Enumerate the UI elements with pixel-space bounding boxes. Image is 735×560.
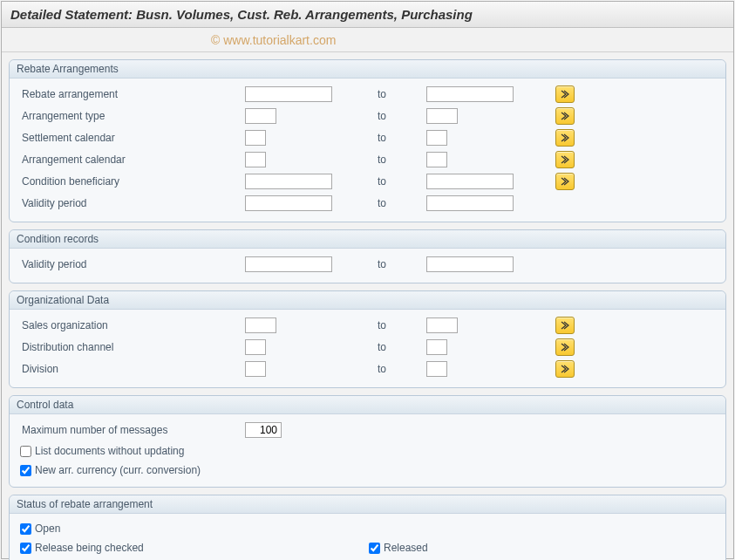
to-label: to [378,132,426,144]
fieldset-condition-records: Condition records Validity period to [9,229,726,283]
sap-screen: Detailed Statement: Busn. Volumes, Cust.… [1,1,734,559]
arrow-right-icon [561,112,569,120]
label-validity-period-rebate: Validity period [18,197,245,209]
content-area: Rebate Arrangements Rebate arrangement t… [2,52,733,560]
to-label: to [378,197,426,209]
input-arrangement-type-from[interactable] [245,108,276,124]
toolbar: © www.tutorialkart.com [2,28,733,52]
input-validity-period-cond-to[interactable] [426,256,514,272]
legend-condition-records: Condition records [10,230,725,249]
input-sales-organization-from[interactable] [245,318,276,333]
label-max-messages: Maximum number of messages [18,424,245,436]
row-new-arr-currency: New arr. currency (curr. conversion) [18,461,717,480]
label-settlement-calendar: Settlement calendar [18,132,245,144]
page-title: Detailed Statement: Busn. Volumes, Cust.… [2,2,733,28]
legend-org-data: Organizational Data [10,291,725,310]
input-condition-beneficiary-to[interactable] [426,174,514,189]
input-rebate-arrangement-from[interactable] [245,86,332,102]
input-condition-beneficiary-from[interactable] [245,174,332,189]
multiselect-button-condition-beneficiary[interactable] [555,173,575,190]
label-rebate-arrangement: Rebate arrangement [18,88,245,100]
input-distribution-channel-to[interactable] [426,339,447,355]
to-label: to [378,110,426,122]
input-distribution-channel-from[interactable] [245,339,266,355]
to-label: to [378,88,426,100]
label-released[interactable]: Released [384,542,428,554]
label-new-arr-currency[interactable]: New arr. currency (curr. conversion) [35,464,201,476]
label-distribution-channel: Distribution channel [18,341,245,353]
legend-control-data: Control data [10,396,725,414]
label-arrangement-calendar: Arrangement calendar [18,154,245,166]
row-condition-beneficiary: Condition beneficiary to [18,171,717,192]
arrow-right-icon [561,343,569,352]
to-label: to [378,341,426,353]
input-division-to[interactable] [426,361,447,377]
row-sales-organization: Sales organization to [18,315,717,336]
arrow-right-icon [561,133,569,142]
fieldset-control-data: Control data Maximum number of messages … [9,395,726,488]
row-list-documents: List documents without updating [18,441,717,461]
label-validity-period-cond: Validity period [18,258,245,270]
row-status-release: Release being checked Released [18,538,717,557]
fieldset-status: Status of rebate arrangement Open Releas… [9,495,726,560]
multiselect-button-distribution-channel[interactable] [555,338,575,356]
checkbox-open[interactable] [20,523,31,535]
multiselect-button-division[interactable] [555,360,575,378]
row-distribution-channel: Distribution channel to [18,337,717,358]
label-list-documents[interactable]: List documents without updating [35,445,184,457]
label-open[interactable]: Open [35,522,60,535]
row-validity-period-cond: Validity period to [18,254,717,275]
arrow-right-icon [561,321,569,330]
checkbox-list-documents[interactable] [20,446,31,457]
to-label: to [378,363,426,375]
checkbox-release-being-checked[interactable] [20,543,31,554]
to-label: to [378,258,426,270]
label-condition-beneficiary: Condition beneficiary [18,175,245,188]
legend-rebate: Rebate Arrangements [10,60,725,79]
input-arrangement-calendar-to[interactable] [426,152,447,167]
arrow-right-icon [561,155,569,164]
input-settlement-calendar-to[interactable] [426,130,447,146]
checkbox-new-arr-currency[interactable] [20,465,31,476]
input-arrangement-calendar-from[interactable] [245,152,266,167]
multiselect-button-sales-organization[interactable] [555,317,575,334]
row-status-open: Open [18,519,717,538]
label-sales-organization: Sales organization [18,319,245,331]
label-division: Division [18,363,245,375]
checkbox-released[interactable] [369,543,380,554]
row-division: Division to [18,359,717,379]
input-settlement-calendar-from[interactable] [245,130,266,146]
watermark-text: © www.tutorialkart.com [211,33,336,47]
to-label: to [378,154,426,166]
row-rebate-arrangement: Rebate arrangement to [18,84,717,105]
input-rebate-arrangement-to[interactable] [426,86,514,102]
row-validity-period-rebate: Validity period to [18,193,717,214]
fieldset-organizational-data: Organizational Data Sales organization t… [9,290,726,388]
row-max-messages: Maximum number of messages [18,420,717,440]
input-arrangement-type-to[interactable] [426,108,458,124]
input-validity-period-rebate-from[interactable] [245,195,332,211]
input-sales-organization-to[interactable] [426,318,458,333]
multiselect-button-arrangement-type[interactable] [555,107,575,125]
row-settlement-calendar: Settlement calendar to [18,127,717,148]
fieldset-rebate-arrangements: Rebate Arrangements Rebate arrangement t… [9,59,726,222]
arrow-right-icon [561,177,569,186]
multiselect-button-arrangement-calendar[interactable] [555,151,575,168]
label-arrangement-type: Arrangement type [18,110,245,122]
arrow-right-icon [561,90,569,99]
multiselect-button-rebate-arrangement[interactable] [555,85,575,103]
input-division-from[interactable] [245,361,266,377]
input-max-messages[interactable] [245,422,282,438]
to-label: to [378,319,426,331]
label-release-being-checked[interactable]: Release being checked [35,542,144,554]
input-validity-period-rebate-to[interactable] [426,195,514,211]
legend-status: Status of rebate arrangement [10,495,725,514]
multiselect-button-settlement-calendar[interactable] [555,129,575,147]
arrow-right-icon [561,365,569,373]
input-validity-period-cond-from[interactable] [245,256,332,272]
row-arrangement-type: Arrangement type to [18,106,717,126]
row-arrangement-calendar: Arrangement calendar to [18,149,717,170]
to-label: to [378,175,426,188]
